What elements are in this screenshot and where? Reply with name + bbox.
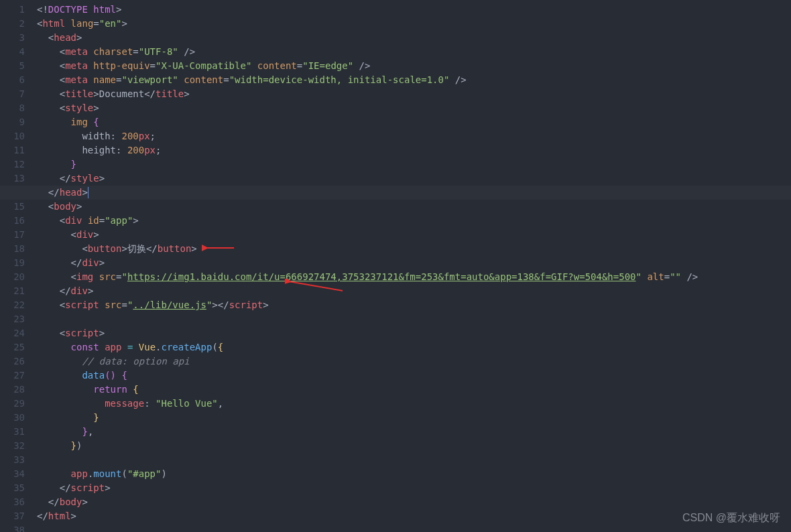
code-area[interactable]: <!DOCTYPE html> <html lang="en"> <head> … (37, 0, 791, 532)
code-editor[interactable]: 1234567891011121314151617181920212223242… (0, 0, 791, 532)
code-line[interactable]: <html lang="en"> (37, 17, 791, 31)
code-line[interactable]: </div> (37, 284, 791, 298)
code-line[interactable]: <!DOCTYPE html> (37, 3, 791, 17)
code-line[interactable]: message: "Hello Vue", (37, 397, 791, 411)
code-line[interactable]: <button>切换</button> (37, 242, 791, 256)
code-line[interactable]: </style> (37, 172, 791, 186)
code-line[interactable]: <meta charset="UTF-8" /> (37, 45, 791, 59)
code-line[interactable] (37, 312, 791, 326)
code-line[interactable]: width: 200px; (37, 129, 791, 143)
code-line[interactable]: // data: option api (37, 354, 791, 369)
code-line[interactable]: }) (37, 439, 791, 453)
code-line-active[interactable]: </head> (37, 186, 791, 200)
code-line[interactable]: <div id="app"> (37, 214, 791, 228)
code-line[interactable]: </script> (37, 481, 791, 495)
code-line[interactable]: } (37, 411, 791, 425)
code-line[interactable]: <body> (37, 200, 791, 214)
code-line[interactable]: return { (37, 383, 791, 397)
code-line[interactable]: height: 200px; (37, 143, 791, 157)
code-line[interactable]: <style> (37, 101, 791, 115)
code-line[interactable]: <script src="../lib/vue.js"></script> (37, 298, 791, 312)
code-line[interactable]: <head> (37, 31, 791, 45)
code-line[interactable]: app.mount("#app") (37, 467, 791, 481)
code-line[interactable]: <meta name="viewport" content="width=dev… (37, 73, 791, 87)
code-line[interactable]: img { (37, 115, 791, 129)
code-line[interactable]: </div> (37, 256, 791, 270)
watermark: CSDN @覆水难收呀 (682, 511, 780, 525)
text-cursor (88, 187, 88, 198)
code-line[interactable]: <meta http-equiv="X-UA-Compatible" conte… (37, 59, 791, 73)
code-line[interactable]: data() { (37, 369, 791, 383)
code-line[interactable]: <title>Document</title> (37, 87, 791, 101)
code-line[interactable]: } (37, 157, 791, 172)
code-line[interactable] (37, 453, 791, 467)
code-line[interactable]: const app = Vue.createApp({ (37, 340, 791, 354)
code-line[interactable]: </body> (37, 495, 791, 509)
code-line[interactable]: <script> (37, 326, 791, 340)
code-line[interactable] (37, 523, 791, 532)
code-line[interactable]: <img src="https://img1.baidu.com/it/u=66… (37, 270, 791, 284)
code-line[interactable]: }, (37, 425, 791, 439)
code-line[interactable]: <div> (37, 228, 791, 242)
code-line[interactable]: </html> (37, 509, 791, 523)
line-gutter: 1234567891011121314151617181920212223242… (0, 0, 37, 532)
